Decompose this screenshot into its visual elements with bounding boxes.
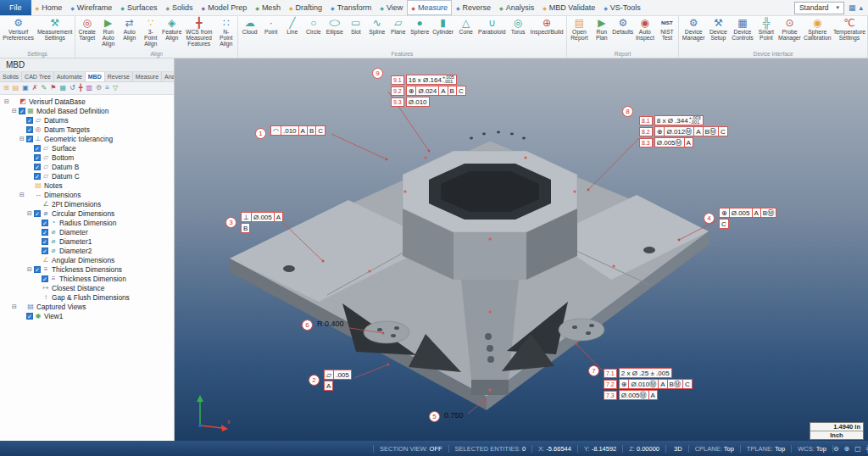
new-item-icon[interactable]: ⊞ (3, 84, 9, 92)
layout-icon[interactable]: ▦ (849, 3, 856, 12)
tree-checkbox[interactable]: ✓ (26, 126, 33, 133)
status-item-y[interactable]: Y: -8.14592 (578, 445, 623, 453)
balloon-3[interactable]: 3 (225, 217, 236, 228)
zoom-out-icon[interactable]: ⊖ (833, 445, 839, 453)
folder-icon[interactable]: ▤ (13, 84, 19, 92)
tree-item-datums[interactable]: ✓ ▱ Datums (0, 115, 174, 125)
ribbon-button-n-point-align[interactable]: ∷ N-Point Align (215, 16, 236, 50)
tree-checkbox[interactable]: ✓ (34, 173, 41, 180)
tree-item-diameter[interactable]: ✓ ⌀ Diameter (0, 227, 174, 236)
zoom-fit-icon[interactable]: ▢ (854, 445, 861, 453)
annotation-1[interactable]: ◠.010ABC (270, 125, 326, 136)
ribbon-button-run-auto-align[interactable]: ▶ Run Auto Align (97, 16, 119, 50)
tree-item-geometric-tolerancing[interactable]: ⊟ ✓ ⊥ Geometric tolerancing (0, 134, 174, 143)
menu-tab-wireframe[interactable]: ◆ Wireframe (66, 0, 116, 15)
ribbon-button-device-setup[interactable]: ⚒ Device Setup (707, 16, 730, 50)
menu-tab-solids[interactable]: ◆ Solids (161, 0, 197, 15)
tree-expander-icon[interactable]: ⊟ (3, 98, 10, 105)
status-item-selected-entities[interactable]: SELECTED ENTITIES: 0 (449, 445, 533, 453)
ribbon-button-nist-test[interactable]: NIST NIST Test (656, 16, 677, 50)
menu-tab-view[interactable]: ◆ View (376, 0, 407, 15)
layers-icon[interactable]: ▥ (86, 84, 93, 92)
tree-item-bottom[interactable]: ✓ ▱ Bottom (0, 153, 174, 162)
status-item-section-view[interactable]: SECTION VIEW: OFF (373, 445, 449, 453)
tree-item-datum-targets[interactable]: ✓ ◎ Datum Targets (0, 125, 174, 134)
standard-dropdown[interactable]: Standard ▾ (794, 2, 844, 14)
ribbon-button-run-plan[interactable]: ▶ Run Plan (591, 16, 612, 50)
ribbon-button-feature-align[interactable]: ◈ Feature Align (161, 16, 182, 50)
filter-icon[interactable]: ▽ (113, 84, 118, 92)
ribbon-button-cylinder[interactable]: ▮ Cylinder (431, 16, 455, 50)
tree-item-2pt-dimensions[interactable]: ∠ 2Pt Dimensions (0, 199, 174, 209)
menu-tab-mesh[interactable]: ◆ Mesh (251, 0, 285, 15)
annotation-5[interactable]: 0.750 (444, 411, 464, 420)
panel-tab-cad-tree[interactable]: CAD Tree (22, 72, 54, 81)
annotation-9[interactable]: 9.116 x Ø.164+.005-.0019.2⊕Ø.024ABC9.3Ø.… (391, 75, 466, 108)
ribbon-button-plane[interactable]: ▱ Plane (387, 16, 409, 50)
menu-tab-transform[interactable]: ◆ Transform (326, 0, 376, 15)
tree-item-dimensions[interactable]: ⊟ ↔ Dimensions (0, 190, 174, 199)
tree-item-view1[interactable]: ✓ ◉ View1 (0, 311, 174, 320)
ribbon-button-sphere[interactable]: ● Sphere (409, 16, 431, 50)
save-icon[interactable]: ▣ (22, 84, 29, 92)
balloon-2[interactable]: 2 (309, 375, 320, 386)
ribbon-button-circle[interactable]: ○ Circle (303, 16, 324, 50)
tree-item-radius-dimension[interactable]: ✓ ◔ Radius Dimension (0, 218, 174, 227)
tree-checkbox[interactable]: ✓ (34, 210, 41, 217)
annotation-6[interactable]: R 0.400 (317, 320, 344, 328)
balloon-5[interactable]: 5 (429, 411, 440, 422)
tree-item-diameter1[interactable]: ✓ ⌀ Diameter1 (0, 236, 174, 246)
tree-item-circular-dimensions[interactable]: ⊟ ✓ ⌀ Circular Dimensions (0, 209, 174, 218)
tree-checkbox[interactable]: ✓ (42, 275, 48, 282)
tree-item-datum-b[interactable]: ✓ ▱ Datum B (0, 162, 174, 171)
ribbon-button-cloud[interactable]: ☁ Cloud (239, 16, 260, 50)
ribbon-button-ellipse[interactable]: ◯ Ellipse (324, 16, 345, 50)
tree-item-gap-flush-dimensions[interactable]: ↕ Gap & Flush Dimensions (0, 292, 174, 302)
ribbon-button-torus[interactable]: ◎ Torus (508, 16, 529, 50)
tree-checkbox[interactable]: ✓ (42, 238, 48, 245)
flag-icon[interactable]: ⚑ (50, 84, 56, 92)
tree-item-closest-distance[interactable]: ↦ Closest Distance (0, 283, 174, 292)
ribbon-button-temperature-settings[interactable]: ℃ Temperature Settings (832, 16, 866, 50)
tab-file[interactable]: File (0, 0, 31, 15)
settings-icon[interactable]: ⚙ (96, 84, 102, 92)
tree-item-surface[interactable]: ✓ ▱ Surface (0, 143, 174, 153)
tree-checkbox[interactable]: ✓ (34, 145, 41, 152)
zoom-in-icon[interactable]: ⊕ (844, 445, 850, 453)
panel-tab-mbd[interactable]: MBD (86, 72, 105, 81)
tree-checkbox[interactable]: ✓ (42, 247, 48, 254)
tree-expander-icon[interactable]: ⊟ (19, 192, 25, 198)
tree-checkbox[interactable]: ✓ (26, 313, 33, 320)
axes-icon[interactable]: ╋ (79, 84, 83, 92)
refresh-icon[interactable]: ↺ (70, 84, 75, 92)
tree-expander-icon[interactable]: ⊟ (11, 303, 18, 310)
annotation-7[interactable]: 7.12 x Ø .25 ± .0057.2⊕Ø.010ⓂABⓂC7.3Ø.00… (604, 368, 693, 401)
menu-tab-drafting[interactable]: ◆ Drafting (285, 0, 326, 15)
status-item[interactable]: 3D (666, 445, 689, 453)
tree-checkbox[interactable]: ✓ (26, 117, 33, 124)
ribbon-button-sphere-calibration[interactable]: ◉ Sphere Calibration (803, 16, 832, 50)
viewport[interactable]: x 1.4940 in Inch 1◠.010ABC99.116 x Ø.164… (175, 58, 868, 441)
status-item-cplane[interactable]: CPLANE: Top (689, 445, 741, 453)
ribbon-button-defaults[interactable]: ⚙ Defaults (612, 16, 633, 50)
tree-item-thickness-dimensions[interactable]: ⊟ ✓ ≡ Thickness Dimensions (0, 264, 174, 274)
ribbon-button-paraboloid[interactable]: ∪ Paraboloid (476, 16, 508, 50)
annotation-8[interactable]: 8.18 x Ø .344+.003-.0018.2⊕Ø.012ⓂABⓂC8.3… (639, 115, 728, 148)
annotation-4[interactable]: ⊕Ø.005ABⓂC (719, 208, 776, 230)
tree-expander-icon[interactable]: ⊟ (11, 108, 18, 114)
menu-tab-measure[interactable]: ◆ Measure (407, 0, 452, 15)
panel-tab-automate[interactable]: Automate (54, 72, 86, 81)
tree-item-angular-dimensions[interactable]: ∠ Angular Dimensions (0, 255, 174, 264)
ribbon-button-point[interactable]: ∙ Point (260, 16, 281, 50)
paint-icon[interactable]: ✎ (42, 84, 47, 92)
ribbon-button-cone[interactable]: △ Cone (455, 16, 476, 50)
panel-tab-measure[interactable]: Measure (133, 72, 162, 81)
tree-item-diameter2[interactable]: ✓ ⌀ Diameter2 (0, 246, 174, 255)
annotation-3[interactable]: ⊥Ø.005AB (241, 212, 283, 234)
tree-item-notes[interactable]: ▤ Notes (0, 181, 174, 190)
tree-checkbox[interactable]: ✓ (42, 229, 48, 236)
tree-item-model-based-definition[interactable]: ⊟ ✓ ▦ Model Based Definition (0, 106, 174, 115)
status-item-x[interactable]: X: -5.66544 (532, 445, 578, 453)
status-item-z[interactable]: Z: 0.00000 (623, 445, 666, 453)
tree-checkbox[interactable]: ✓ (19, 108, 25, 114)
